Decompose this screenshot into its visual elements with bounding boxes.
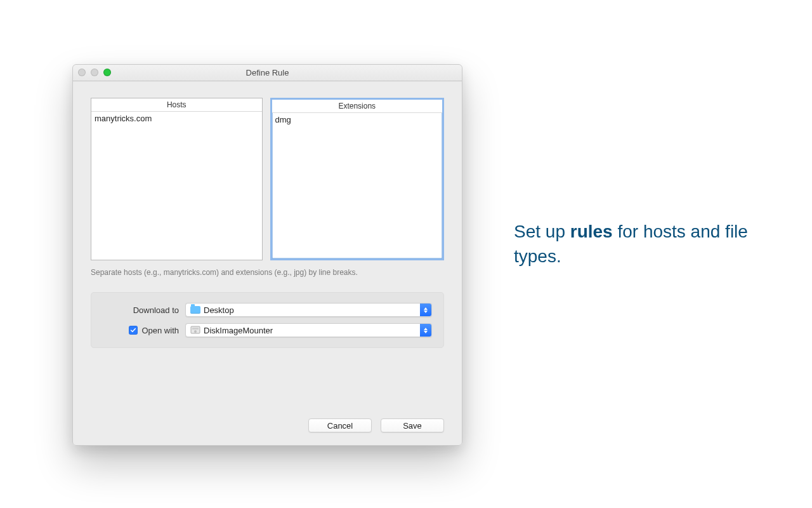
hosts-listbox[interactable]: Hosts manytricks.com	[91, 98, 263, 260]
promo-bold: rules	[570, 222, 613, 241]
promo-before: Set up	[514, 222, 570, 241]
svg-point-2	[194, 330, 197, 333]
dialog-buttons: Cancel Save	[91, 404, 444, 432]
close-icon[interactable]	[78, 69, 86, 76]
hint-text: Separate hosts (e.g., manytricks.com) an…	[91, 268, 444, 277]
download-label: Download to	[133, 305, 179, 315]
promo-text: Set up rules for hosts and file types.	[514, 219, 787, 269]
popup-arrows-icon	[420, 324, 431, 337]
download-popup[interactable]: Desktop	[185, 303, 432, 317]
save-button[interactable]: Save	[381, 418, 444, 432]
openwith-value: DiskImageMounter	[204, 326, 420, 335]
dialog-window: Define Rule Hosts manytricks.com Extensi…	[72, 64, 462, 446]
download-row: Download to Desktop	[103, 303, 432, 317]
extensions-listbox[interactable]: Extensions dmg	[270, 98, 445, 260]
hosts-textarea[interactable]: manytricks.com	[91, 112, 262, 260]
svg-rect-1	[192, 328, 199, 330]
extensions-textarea[interactable]: dmg	[272, 113, 443, 258]
traffic-lights	[78, 69, 111, 76]
openwith-popup[interactable]: DiskImageMounter	[185, 323, 432, 337]
openwith-checkbox[interactable]	[129, 326, 138, 335]
minimize-icon[interactable]	[91, 69, 98, 76]
openwith-label: Open with	[141, 326, 179, 335]
disk-image-icon	[190, 324, 201, 336]
zoom-icon[interactable]	[103, 69, 111, 76]
download-value: Desktop	[204, 305, 420, 315]
options-panel: Download to Desktop	[91, 292, 444, 348]
lists-row: Hosts manytricks.com Extensions dmg	[91, 98, 444, 260]
popup-arrows-icon	[420, 304, 431, 316]
cancel-button[interactable]: Cancel	[308, 418, 372, 432]
openwith-row: Open with DiskImageMounter	[103, 323, 432, 337]
hosts-header: Hosts	[91, 98, 262, 112]
extensions-header: Extensions	[272, 100, 443, 113]
window-title: Define Rule	[246, 68, 289, 77]
folder-icon	[190, 304, 201, 316]
window-titlebar[interactable]: Define Rule	[73, 65, 462, 81]
dialog-content: Hosts manytricks.com Extensions dmg Sepa…	[73, 81, 462, 445]
